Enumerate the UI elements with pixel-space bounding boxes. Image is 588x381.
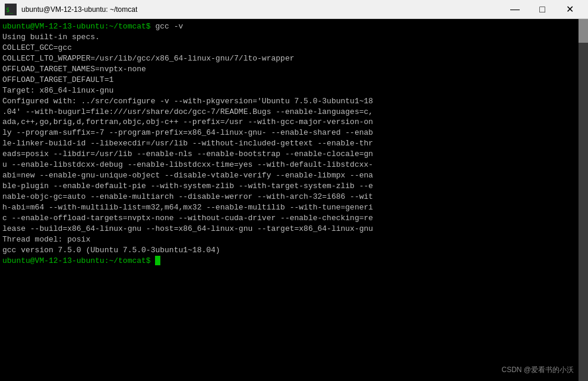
terminal-cursor (155, 256, 160, 265)
window-controls: — □ ✕ (501, 0, 583, 19)
maximize-button[interactable]: □ (529, 0, 556, 19)
terminal-output: ubuntu@VM-12-13-ubuntu:~/tomcat$ gcc -v … (2, 21, 584, 266)
scrollbar-thumb[interactable] (578, 19, 588, 43)
close-button[interactable]: ✕ (556, 0, 583, 19)
watermark: CSDN @爱看书的小沃 (501, 365, 574, 375)
terminal-icon: $_ (5, 4, 17, 15)
svg-text:$_: $_ (6, 7, 14, 14)
titlebar-title: ubuntu@VM-12-13-ubuntu: ~/tomcat (21, 5, 501, 14)
terminal-window[interactable]: ubuntu@VM-12-13-ubuntu:~/tomcat$ gcc -v … (0, 19, 588, 381)
titlebar: $_ ubuntu@VM-12-13-ubuntu: ~/tomcat — □ … (0, 0, 588, 19)
minimize-button[interactable]: — (501, 0, 529, 19)
scrollbar[interactable] (578, 19, 588, 381)
